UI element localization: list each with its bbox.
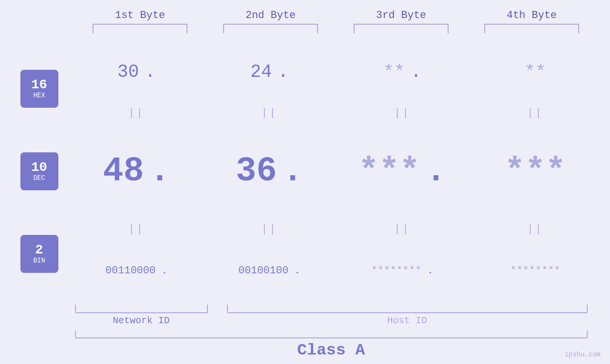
bracket-3 bbox=[354, 24, 449, 33]
dec-dot-1: . bbox=[150, 152, 170, 191]
header-row: 1st Byte 2nd Byte 3rd Byte 4th Byte bbox=[75, 5, 597, 24]
byte-label-2: 2nd Byte bbox=[218, 9, 323, 21]
bracket-1 bbox=[93, 24, 188, 33]
sep-row-1: || || || || bbox=[70, 106, 602, 120]
data-grid: 30 . 24 . ** . ** || || || bbox=[70, 38, 602, 305]
footer: ipshu.com bbox=[564, 351, 601, 358]
outer-bracket bbox=[75, 331, 588, 338]
dec-badge-label: DEC bbox=[33, 174, 45, 182]
sep-2-2: || bbox=[217, 224, 322, 235]
bin-badge-number: 2 bbox=[35, 243, 43, 257]
hex-badge-number: 16 bbox=[31, 78, 47, 92]
bin-val-4: ******** bbox=[510, 265, 561, 277]
hex-dot-3: . bbox=[411, 62, 422, 82]
dec-val-2: 36 bbox=[236, 152, 277, 191]
byte-label-1: 1st Byte bbox=[88, 9, 192, 21]
hex-row: 30 . 24 . ** . ** bbox=[70, 38, 602, 106]
dec-badge: 10 DEC bbox=[20, 152, 58, 190]
bracket-2 bbox=[223, 24, 318, 33]
byte-label-3: 3rd Byte bbox=[349, 9, 453, 21]
bin-dot-2: . bbox=[294, 265, 300, 277]
dec-row: 48 . 36 . *** . *** bbox=[70, 120, 602, 222]
bin-dot-3: . bbox=[427, 265, 433, 277]
sep-2-4: || bbox=[483, 224, 588, 235]
bracket-4 bbox=[484, 24, 579, 33]
sep-row-2: || || || || bbox=[70, 223, 602, 237]
bin-badge-label: BIN bbox=[33, 257, 45, 265]
hex-badge: 16 HEX bbox=[20, 70, 58, 108]
hex-dot-1: . bbox=[145, 62, 156, 82]
hex-val-4: ** bbox=[525, 62, 546, 82]
bin-badge: 2 BIN bbox=[20, 235, 58, 273]
sep-1-3: || bbox=[350, 107, 455, 119]
hex-val-1: 30 bbox=[117, 62, 139, 82]
bin-val-3: ******** bbox=[371, 265, 422, 277]
host-bracket bbox=[227, 305, 588, 313]
bin-val-2: 00100100 bbox=[238, 265, 289, 277]
dec-dot-2: . bbox=[282, 152, 303, 191]
bin-row: 00110000 . 00100100 . ******** . *******… bbox=[70, 237, 602, 305]
dec-val-3: *** bbox=[358, 152, 420, 191]
top-brackets-row bbox=[75, 24, 597, 33]
bin-val-1: 00110000 bbox=[105, 265, 156, 277]
bin-dot-1: . bbox=[161, 265, 168, 277]
sep-2-1: || bbox=[84, 224, 189, 235]
badges-column: 16 HEX 10 DEC 2 BIN bbox=[9, 38, 70, 305]
network-bracket bbox=[75, 305, 208, 313]
hex-dot-2: . bbox=[278, 62, 289, 82]
dec-badge-number: 10 bbox=[31, 161, 47, 174]
hex-val-3: ** bbox=[383, 62, 405, 82]
bottom-section: Network ID Host ID Class A bbox=[9, 305, 602, 359]
class-label: Class A bbox=[297, 341, 365, 359]
dec-val-1: 48 bbox=[103, 152, 144, 191]
sep-2-3: || bbox=[350, 224, 455, 235]
dec-dot-3: . bbox=[426, 152, 446, 191]
byte-label-4: 4th Byte bbox=[479, 9, 584, 21]
network-id-label: Network ID bbox=[75, 315, 208, 326]
sep-1-4: || bbox=[483, 107, 588, 119]
hex-badge-label: HEX bbox=[33, 92, 45, 100]
host-id-label: Host ID bbox=[227, 315, 588, 326]
dec-val-4: *** bbox=[505, 152, 566, 191]
hex-val-2: 24 bbox=[250, 62, 272, 82]
sep-1-2: || bbox=[217, 107, 322, 119]
sep-1-1: || bbox=[84, 107, 189, 119]
main-container: 1st Byte 2nd Byte 3rd Byte 4th Byte 16 H… bbox=[0, 0, 610, 364]
